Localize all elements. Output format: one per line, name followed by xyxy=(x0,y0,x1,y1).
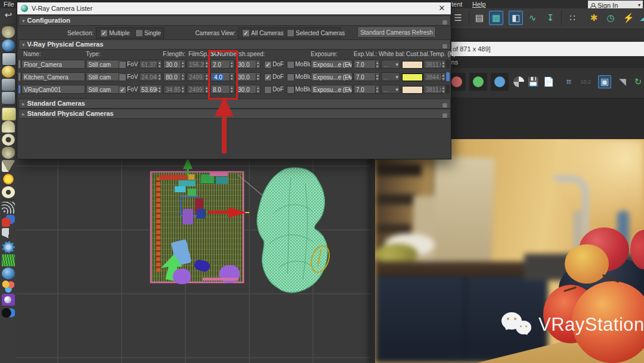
donut-primitive-icon[interactable] xyxy=(2,186,15,198)
mono-channel-icon[interactable] xyxy=(513,76,524,87)
layer-explorer-icon[interactable]: ◧ xyxy=(509,11,523,25)
molecule-icon[interactable] xyxy=(2,215,15,227)
region-cursor-icon[interactable]: ⌗ xyxy=(562,75,575,88)
refresh-icon[interactable]: ↻ xyxy=(631,75,644,88)
teapot-icon[interactable] xyxy=(2,26,15,38)
filmsp-value[interactable]: 156.25 xyxy=(187,60,209,69)
list-icon[interactable]: ▤ xyxy=(472,11,487,25)
single-checkbox[interactable] xyxy=(135,29,143,37)
filmsp-value[interactable]: 2499.95 xyxy=(187,85,209,94)
multiple-checkbox[interactable] xyxy=(100,29,108,37)
filmsp-value[interactable]: 2499.98 xyxy=(187,72,209,81)
box-primitive-icon[interactable] xyxy=(2,107,16,121)
moblur-checkbox[interactable] xyxy=(287,73,295,81)
row-scrollbar[interactable] xyxy=(446,85,450,94)
teapot-primitive-icon[interactable] xyxy=(2,147,15,159)
sphere-icon[interactable] xyxy=(2,267,15,279)
flength-value[interactable]: 30.0 xyxy=(163,60,185,69)
dof-checkbox[interactable] xyxy=(264,86,272,94)
dome-primitive-icon[interactable] xyxy=(2,121,15,133)
expval-value[interactable]: 7.0 xyxy=(354,60,380,69)
row-grip[interactable] xyxy=(18,60,20,68)
camera-audio-icon[interactable] xyxy=(2,92,15,104)
fov-value[interactable]: 24.040 xyxy=(139,72,162,81)
temp-value[interactable]: 3811.0 xyxy=(423,60,446,69)
fov-value[interactable]: 61.37 xyxy=(139,60,162,69)
section-standard-physical-cameras[interactable]: ▸Standard Physical Cameras ▩ xyxy=(18,109,451,119)
expval-value[interactable]: 7.0 xyxy=(354,85,380,94)
camera-type-dropdown[interactable]: Still cam xyxy=(86,60,123,69)
blue-channel-icon[interactable] xyxy=(494,76,505,87)
camera-type-dropdown[interactable]: Still cam xyxy=(86,85,123,94)
dof-checkbox[interactable] xyxy=(264,73,272,81)
flength-value[interactable]: 34.854 xyxy=(163,85,185,94)
sphere-blue-icon[interactable] xyxy=(2,39,15,51)
layer-bars-icon[interactable]: ☰ xyxy=(451,11,465,25)
moblur-checkbox[interactable] xyxy=(287,86,295,94)
camera-name-field[interactable]: Floor_Camera xyxy=(21,60,85,69)
render-cloud-icon[interactable]: ☁ xyxy=(637,11,644,25)
temp-value[interactable]: 3811.0 xyxy=(423,85,446,94)
shspeed-value[interactable]: 30.0 xyxy=(236,85,261,94)
exposure-dropdown[interactable]: Exposu...e (EV) xyxy=(311,60,352,69)
dof-checkbox[interactable] xyxy=(264,61,272,69)
shspeed-value[interactable]: 30.0 xyxy=(236,72,261,81)
fov-checkbox[interactable] xyxy=(119,61,126,69)
render-setup-icon[interactable]: ◷ xyxy=(603,11,618,25)
section-vray-physical-cameras[interactable]: ▾V-Ray Physical Cameras ▩ xyxy=(18,39,451,50)
exposure-dropdown[interactable]: Exposu...e (EV) xyxy=(311,72,352,81)
menu-content-fragment[interactable]: tent xyxy=(451,1,462,8)
curve-editor-icon[interactable]: ∿ xyxy=(525,11,540,25)
whitebal-dropdown[interactable]: ... xyxy=(381,72,400,81)
temp-value[interactable]: 3844.0 xyxy=(423,72,446,81)
section-configuration[interactable]: ▾Configuration ▩ xyxy=(18,16,451,26)
camera-name-field[interactable]: VRayCam001 xyxy=(21,85,85,94)
balls-icon[interactable] xyxy=(2,281,15,293)
menu-help[interactable]: Help xyxy=(472,1,486,8)
close-icon[interactable]: ✕ xyxy=(436,4,447,13)
floor-plan-wireframe[interactable] xyxy=(150,171,244,283)
ring-primitive-icon[interactable] xyxy=(2,134,15,146)
pyramid-icon[interactable] xyxy=(2,228,15,240)
camera-name-field[interactable]: Kitchen_Camera xyxy=(21,72,85,81)
dialog-title-bar[interactable]: V-Ray Camera Lister ✕ xyxy=(17,2,451,14)
cone-primitive-icon[interactable] xyxy=(2,160,15,172)
particles-icon[interactable] xyxy=(2,202,15,214)
light-bulb-icon[interactable] xyxy=(2,66,15,78)
shspeed-value[interactable]: 30.0 xyxy=(236,60,261,69)
whitebal-dropdown[interactable]: ... xyxy=(381,85,400,94)
camera-type-dropdown[interactable]: Still cam xyxy=(86,72,123,81)
moblur-checkbox[interactable] xyxy=(287,61,295,69)
camera-icon[interactable] xyxy=(2,79,15,91)
sun-icon[interactable] xyxy=(2,173,15,185)
purple-sphere-icon[interactable] xyxy=(2,294,15,306)
whitebal-swatch[interactable] xyxy=(402,73,423,81)
standard-cameras-refresh-button[interactable]: Standard Cameras Refresh xyxy=(358,27,435,38)
cube-icon[interactable]: ◥ xyxy=(616,75,629,88)
all-cameras-checkbox[interactable] xyxy=(242,29,250,37)
selected-cameras-checkbox[interactable] xyxy=(287,29,295,37)
expval-value[interactable]: 7.0 xyxy=(354,72,380,81)
flength-value[interactable]: 80.0 xyxy=(163,72,185,81)
whitebal-swatch[interactable] xyxy=(402,61,423,69)
undo-icon[interactable]: ↩ xyxy=(2,10,15,21)
black-blue-sphere-icon[interactable] xyxy=(2,307,15,319)
grass-icon[interactable] xyxy=(2,254,15,266)
menu-file[interactable]: File xyxy=(4,1,14,8)
row-scrollbar[interactable] xyxy=(446,60,450,69)
tree-wireframe-mesh[interactable] xyxy=(255,166,330,294)
section-standard-cameras[interactable]: ▸Standard Cameras ▩ xyxy=(18,99,451,109)
scene-explorer-icon[interactable]: ▩ xyxy=(489,11,503,25)
green-channel-icon[interactable] xyxy=(473,76,484,87)
copy-icon[interactable]: 📄 xyxy=(542,75,555,88)
whitebal-dropdown[interactable]: ... xyxy=(381,60,400,69)
red-channel-icon[interactable] xyxy=(451,76,462,87)
monitor-icon[interactable] xyxy=(2,53,16,66)
fov-value[interactable]: 53.696 xyxy=(139,85,162,94)
region-render-icon[interactable]: ▣ xyxy=(598,75,611,88)
whitebal-swatch[interactable] xyxy=(402,86,423,94)
row-scrollbar-thumb[interactable] xyxy=(446,72,450,81)
schematic-view-icon[interactable]: ∷ xyxy=(565,11,580,25)
fov-checkbox[interactable] xyxy=(119,86,126,94)
download-icon[interactable]: ↧ xyxy=(543,11,558,25)
